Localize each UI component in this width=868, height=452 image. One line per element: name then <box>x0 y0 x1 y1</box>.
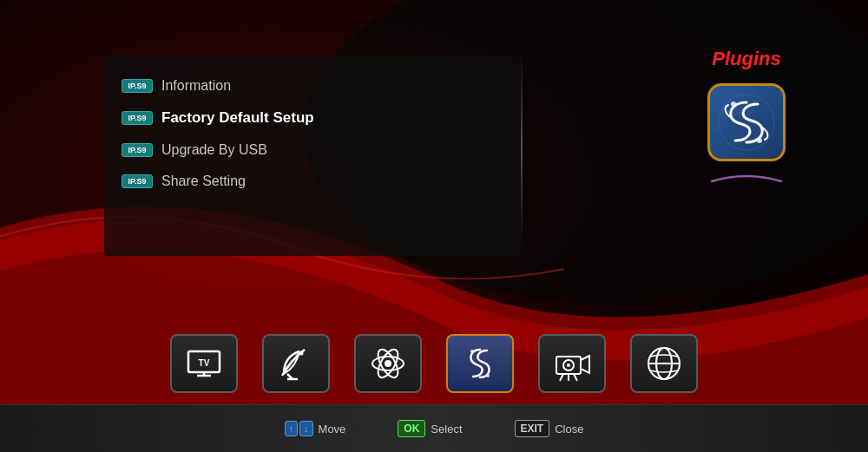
plugins-bottom-icon <box>459 343 501 384</box>
menu-container: IP.S9 Information IP.S9 Factory Default … <box>122 78 314 205</box>
svg-text:TV: TV <box>199 358 210 368</box>
menu-label-share-setting: Share Setting <box>161 174 246 189</box>
svg-point-5 <box>757 138 762 143</box>
menu-badge-upgrade-usb: IP.S9 <box>122 143 153 157</box>
select-label: Select <box>431 423 462 436</box>
plugins-section: Plugins <box>694 48 799 189</box>
exit-key: EXIT <box>515 420 550 437</box>
satellite-dish-icon <box>275 343 317 384</box>
network-icon-button[interactable] <box>630 334 698 393</box>
status-select: OK Select <box>398 420 462 437</box>
svg-point-13 <box>385 360 391 367</box>
close-label: Close <box>555 423 583 436</box>
bottom-icons-bar: TV <box>0 334 868 393</box>
plugin-logo-icon <box>716 92 777 153</box>
menu-item-factory-default[interactable]: IP.S9 Factory Default Setup <box>122 109 314 127</box>
atom-icon-button[interactable] <box>354 334 422 393</box>
tv-icon-button[interactable]: TV <box>170 334 238 393</box>
menu-badge-factory-default: IP.S9 <box>122 111 153 125</box>
plugins-bottom-icon-button[interactable] <box>446 334 514 393</box>
media-icon-button[interactable] <box>538 334 606 393</box>
up-arrow-key: ↑ <box>285 421 299 436</box>
menu-badge-share-setting: IP.S9 <box>122 174 153 188</box>
ok-key: OK <box>398 420 425 437</box>
svg-point-12 <box>299 351 304 356</box>
media-icon <box>551 343 593 384</box>
svg-point-18 <box>486 374 490 377</box>
svg-line-22 <box>560 374 563 381</box>
down-arrow-key: ↓ <box>299 421 313 436</box>
tv-icon: TV <box>183 343 225 384</box>
vertical-divider <box>521 52 523 243</box>
menu-item-share-setting[interactable]: IP.S9 Share Setting <box>122 174 314 189</box>
svg-point-17 <box>470 350 474 353</box>
move-label: Move <box>319 423 346 436</box>
svg-point-4 <box>731 102 736 107</box>
plugins-title: Plugins <box>712 48 780 70</box>
globe-icon <box>643 343 685 384</box>
menu-badge-information: IP.S9 <box>122 79 153 93</box>
move-arrow-keys: ↑ ↓ <box>285 421 313 436</box>
menu-label-factory-default: Factory Default Setup <box>161 109 314 127</box>
menu-item-upgrade-usb[interactable]: IP.S9 Upgrade By USB <box>122 142 314 158</box>
menu-label-upgrade-usb: Upgrade By USB <box>161 142 267 158</box>
status-close: EXIT Close <box>515 420 584 437</box>
svg-point-21 <box>567 364 570 367</box>
satellite-icon-button[interactable] <box>262 334 330 393</box>
plugin-icon-box[interactable] <box>707 83 786 161</box>
menu-label-information: Information <box>161 78 231 94</box>
plugin-swoosh-decoration <box>694 168 799 189</box>
svg-line-24 <box>574 374 577 381</box>
atom-icon <box>367 343 409 384</box>
status-move: ↑ ↓ Move <box>285 421 346 436</box>
status-bar: ↑ ↓ Move OK Select EXIT Close <box>0 404 868 452</box>
menu-item-information[interactable]: IP.S9 Information <box>122 78 314 94</box>
